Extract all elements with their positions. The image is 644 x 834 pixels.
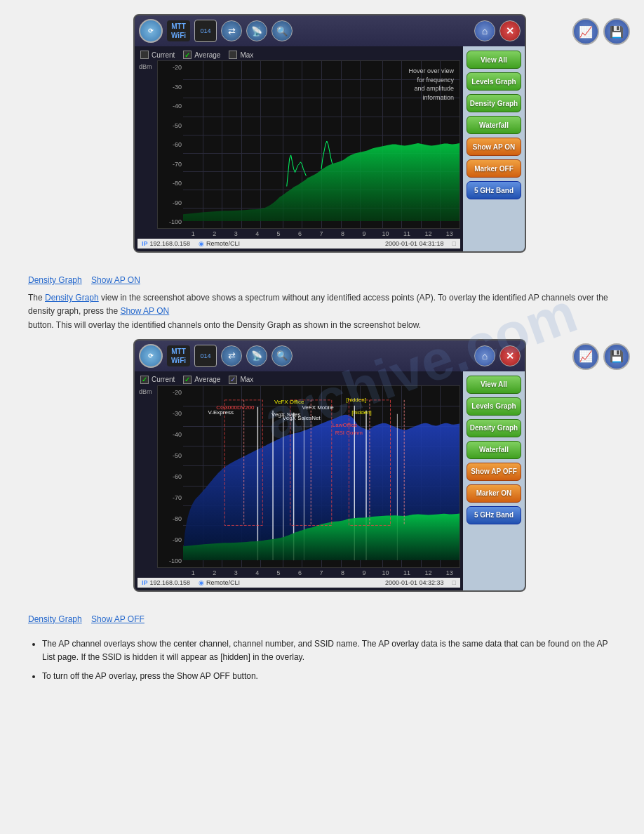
- device1-spectrum-svg: [183, 61, 459, 228]
- bullet-list: The AP channel overlays show the center …: [14, 633, 630, 694]
- link-showapoff[interactable]: Show AP OFF: [91, 614, 145, 624]
- device2-waterfall-button[interactable]: Waterfall: [467, 441, 521, 459]
- device2-status-remote: ◉ Remote/CLI: [199, 579, 240, 586]
- device1-nav-wifi[interactable]: 📡: [246, 20, 267, 41]
- device1-home-button[interactable]: ⌂: [474, 20, 495, 41]
- outer-icons-row-1: 📈 💾: [572, 18, 630, 45]
- device1-y-axis: -20 -30 -40 -50 -60 -70 -80 -90 -100: [158, 61, 183, 228]
- device1-status-icon: □: [452, 240, 456, 247]
- device2-badge-014: 014: [194, 345, 217, 367]
- device1-frame: ⟳ MTT WiFi 014 ⇄ 📡 🔍 ⌂ ✕: [133, 14, 526, 253]
- ap-label-vefx-office: VeFX Office: [274, 399, 304, 405]
- legend-current-2: ✓ Current: [140, 376, 175, 384]
- link-density-graph-1[interactable]: Density Graph: [28, 275, 82, 285]
- device1-densitygraph-button[interactable]: Density Graph: [467, 94, 521, 112]
- device2-legend: ✓ Current ✓ Average ✓ Max: [137, 374, 460, 385]
- link-showapon[interactable]: Show AP ON: [91, 275, 140, 285]
- device1-status-ip: IP 192.168.0.158: [142, 240, 190, 247]
- device1-nav-arrows[interactable]: ⇄: [221, 20, 242, 41]
- legend-average-label-1: Average: [194, 51, 220, 59]
- device1-status-time: 2000-01-01 04:31:18: [385, 240, 444, 247]
- legend-current-check-2[interactable]: ✓: [140, 376, 149, 384]
- outer-icons-row-2: 📈 💾: [572, 343, 630, 370]
- device1-main: Current ✓ Average Max dBm: [135, 46, 525, 251]
- device1-viewall-button[interactable]: View All: [467, 51, 521, 69]
- outer-icon-1-save[interactable]: 💾: [603, 18, 630, 45]
- legend-average-2: ✓ Average: [183, 376, 220, 384]
- legend-average-check-2[interactable]: ✓: [183, 376, 192, 384]
- ap-label-hidden-2: [hidden]: [351, 409, 371, 416]
- dbm-label-1: dBm: [137, 60, 157, 70]
- device2-close-button[interactable]: ✕: [499, 345, 521, 366]
- legend-average-1: ✓ Average: [183, 51, 220, 59]
- bullet-item-1: The AP channel overlays show the center …: [42, 637, 616, 664]
- legend-current-label-2: Current: [152, 376, 175, 383]
- device2-status-bar: IP 192.168.0.158 ◉ Remote/CLI 2000-01-01…: [137, 578, 460, 588]
- device1-mtt-badge: MTT WiFi: [167, 20, 190, 41]
- device2-topbar: ⟳ MTT WiFi 014 ⇄ 📡 🔍 ⌂ ✕: [135, 340, 525, 371]
- device2-densitygraph-button[interactable]: Density Graph: [467, 419, 521, 437]
- device2-nav-arrows[interactable]: ⇄: [221, 345, 242, 366]
- device2-showap-button[interactable]: Show AP OFF: [467, 463, 521, 481]
- device1-legend: Current ✓ Average Max: [137, 49, 460, 60]
- device1-chart-body: Hover over view for frequency and amplit…: [183, 61, 459, 228]
- device2-home-button[interactable]: ⌂: [474, 345, 495, 366]
- device2-nav-wifi[interactable]: 📡: [246, 345, 267, 366]
- device2-y-axis: -20 -30 -40 -50 -60 -70 -80 -90 -100: [158, 386, 183, 567]
- dbm-label-2: dBm: [137, 385, 157, 395]
- device1-logo[interactable]: ⟳: [139, 19, 163, 43]
- device1-x-axis: 1 2 3 4 5 6 7 8 9 10 11: [182, 229, 460, 239]
- outer-icon-2-save[interactable]: 💾: [603, 343, 630, 370]
- ap-label-vefx-mobile: VeFX Mobile: [302, 404, 333, 411]
- ap-label-vexpress: V-Express: [208, 409, 233, 416]
- device2-marker-button[interactable]: Marker ON: [467, 484, 521, 503]
- bullet-item-2: To turn off the AP overlay, press the Sh…: [42, 670, 616, 683]
- device2-chart-area: ✓ Current ✓ Average ✓ Max: [135, 371, 463, 590]
- device2-status-ip: IP 192.168.0.158: [142, 579, 190, 586]
- device2-mtt-badge: MTT WiFi: [167, 345, 190, 366]
- device1-chart-area: Current ✓ Average Max dBm: [135, 46, 463, 251]
- device1-showap-button[interactable]: Show AP ON: [467, 138, 521, 156]
- device2-5ghz-button[interactable]: 5 GHz Band: [467, 506, 521, 524]
- legend-current-check-1[interactable]: [140, 51, 149, 59]
- link-density-graph-2[interactable]: Density Graph: [28, 614, 82, 624]
- device1-5ghz-button[interactable]: 5 GHz Band: [467, 181, 521, 199]
- device1-topbar: ⟳ MTT WiFi 014 ⇄ 📡 🔍 ⌂ ✕: [135, 15, 525, 46]
- legend-current-1: Current: [140, 51, 175, 59]
- page-container: archive.com 📈 💾 ⟳ MTT WiFi 014 ⇄ 📡 🔍: [14, 14, 630, 694]
- inline-density-link[interactable]: Density Graph: [45, 293, 99, 303]
- legend-max-check-1[interactable]: [229, 51, 237, 59]
- text-section-2: Density Graph Show AP OFF: [14, 606, 630, 633]
- device1-waterfall-button[interactable]: Waterfall: [467, 116, 521, 134]
- device1-levelsgraph-button[interactable]: Levels Graph: [467, 72, 521, 91]
- device1-status-remote: ◉ Remote/CLI: [199, 240, 240, 247]
- ap-label-lawoffice: LawOffice: [333, 422, 357, 428]
- device1-badge-014: 014: [194, 20, 217, 42]
- device2-nav-search[interactable]: 🔍: [271, 345, 293, 366]
- device2-chart-body: CG3000DV200 VeFX Office [hidden] VeFX Mo…: [183, 386, 459, 567]
- legend-max-label-1: Max: [240, 51, 253, 59]
- device2-viewall-button[interactable]: View All: [467, 376, 521, 394]
- device1-status-bar: IP 192.168.0.158 ◉ Remote/CLI 2000-01-01…: [137, 239, 460, 249]
- outer-icon-2-chart[interactable]: 📈: [572, 343, 599, 370]
- device1-sidebar: View All Levels Graph Density Graph Wate…: [463, 46, 525, 251]
- device1-close-button[interactable]: ✕: [499, 20, 521, 41]
- ap-label-hidden-1: [hidden]: [346, 397, 365, 403]
- device1-dbm-chart: -20 -30 -40 -50 -60 -70 -80 -90 -100: [157, 60, 460, 229]
- legend-average-check-1[interactable]: ✓: [183, 51, 192, 59]
- device2-x-axis: 1 2 3 4 5 6 7 8 9 10 11: [182, 568, 460, 578]
- legend-max-label-2: Max: [240, 376, 253, 383]
- legend-max-2: ✓ Max: [229, 376, 253, 384]
- device2-status-time: 2000-01-01 04:32:33: [385, 579, 444, 586]
- device1-nav-search[interactable]: 🔍: [271, 20, 293, 41]
- inline-showap-link[interactable]: Show AP ON: [120, 306, 169, 316]
- device2-status-icon: □: [452, 579, 456, 586]
- device2-dbm-chart: -20 -30 -40 -50 -60 -70 -80 -90 -100: [157, 385, 460, 568]
- ap-label-vegx-salesnet: VegX SalesNet: [283, 415, 321, 421]
- outer-icon-1-chart[interactable]: 📈: [572, 18, 599, 45]
- legend-max-check-2[interactable]: ✓: [229, 376, 237, 384]
- device2-logo[interactable]: ⟳: [139, 344, 163, 368]
- device1-marker-button[interactable]: Marker OFF: [467, 159, 521, 178]
- device2-levelsgraph-button[interactable]: Levels Graph: [467, 397, 521, 416]
- device2-wrapper: 📈 💾 ⟳ MTT WiFi 014 ⇄ 📡 🔍 ⌂ ✕: [14, 339, 630, 592]
